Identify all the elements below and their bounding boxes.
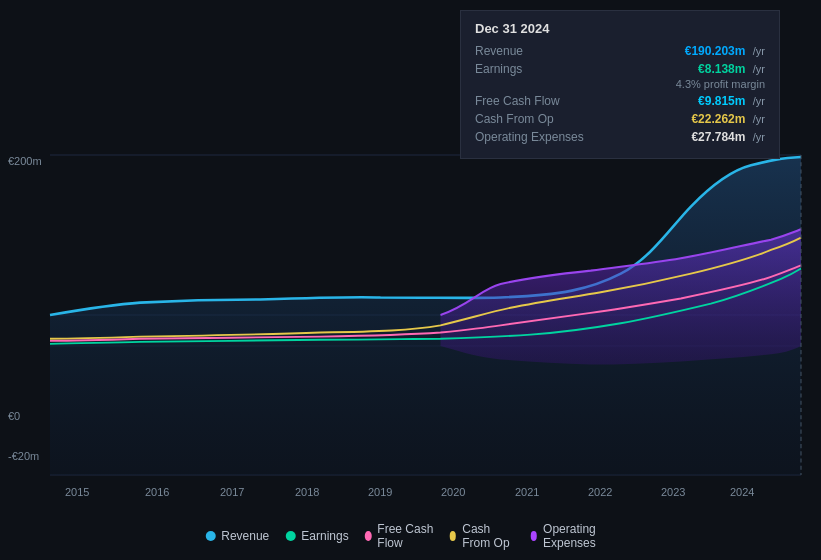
chart-svg	[50, 155, 801, 475]
legend-label-opex: Operating Expenses	[543, 522, 616, 550]
legend-dot-revenue	[205, 531, 215, 541]
legend-label-fcf: Free Cash Flow	[377, 522, 433, 550]
x-label-2023: 2023	[661, 486, 685, 498]
tooltip-date: Dec 31 2024	[475, 21, 765, 36]
tooltip-label-opex: Operating Expenses	[475, 130, 595, 144]
tooltip-value-cashop: €22.262m /yr	[691, 112, 765, 126]
y-label-0: €0	[8, 410, 20, 422]
chart-legend: Revenue Earnings Free Cash Flow Cash Fro…	[205, 522, 616, 550]
legend-item-opex[interactable]: Operating Expenses	[530, 522, 615, 550]
y-label-200m: €200m	[8, 155, 42, 167]
legend-label-revenue: Revenue	[221, 529, 269, 543]
x-label-2022: 2022	[588, 486, 612, 498]
x-label-2015: 2015	[65, 486, 89, 498]
legend-dot-earnings	[285, 531, 295, 541]
tooltip-label-earnings: Earnings	[475, 62, 595, 76]
legend-item-cashop[interactable]: Cash From Op	[450, 522, 515, 550]
tooltip-value-opex: €27.784m /yr	[691, 130, 765, 144]
opex-fill	[441, 229, 801, 364]
tooltip-row-fcf: Free Cash Flow €9.815m /yr	[475, 94, 765, 108]
tooltip-row-revenue: Revenue €190.203m /yr	[475, 44, 765, 58]
legend-dot-opex	[530, 531, 537, 541]
x-label-2020: 2020	[441, 486, 465, 498]
legend-item-earnings[interactable]: Earnings	[285, 529, 348, 543]
tooltip-box: Dec 31 2024 Revenue €190.203m /yr Earnin…	[460, 10, 780, 159]
chart-container: Dec 31 2024 Revenue €190.203m /yr Earnin…	[0, 0, 821, 560]
legend-item-fcf[interactable]: Free Cash Flow	[365, 522, 434, 550]
legend-label-cashop: Cash From Op	[462, 522, 514, 550]
legend-dot-cashop	[450, 531, 457, 541]
tooltip-row-cashop: Cash From Op €22.262m /yr	[475, 112, 765, 126]
x-label-2016: 2016	[145, 486, 169, 498]
x-label-2024: 2024	[730, 486, 754, 498]
tooltip-label-cashop: Cash From Op	[475, 112, 595, 126]
x-label-2017: 2017	[220, 486, 244, 498]
profit-margin-label: 4.3% profit margin	[475, 78, 765, 90]
tooltip-row-earnings: Earnings €8.138m /yr	[475, 62, 765, 76]
x-label-2018: 2018	[295, 486, 319, 498]
y-label-neg20m: -€20m	[8, 450, 39, 462]
chart-area	[50, 155, 801, 475]
tooltip-label-fcf: Free Cash Flow	[475, 94, 595, 108]
tooltip-label-revenue: Revenue	[475, 44, 595, 58]
legend-dot-fcf	[365, 531, 372, 541]
x-label-2021: 2021	[515, 486, 539, 498]
tooltip-value-earnings: €8.138m /yr	[698, 62, 765, 76]
x-label-2019: 2019	[368, 486, 392, 498]
tooltip-value-fcf: €9.815m /yr	[698, 94, 765, 108]
legend-label-earnings: Earnings	[301, 529, 348, 543]
legend-item-revenue[interactable]: Revenue	[205, 529, 269, 543]
tooltip-value-revenue: €190.203m /yr	[685, 44, 765, 58]
tooltip-row-opex: Operating Expenses €27.784m /yr	[475, 130, 765, 144]
